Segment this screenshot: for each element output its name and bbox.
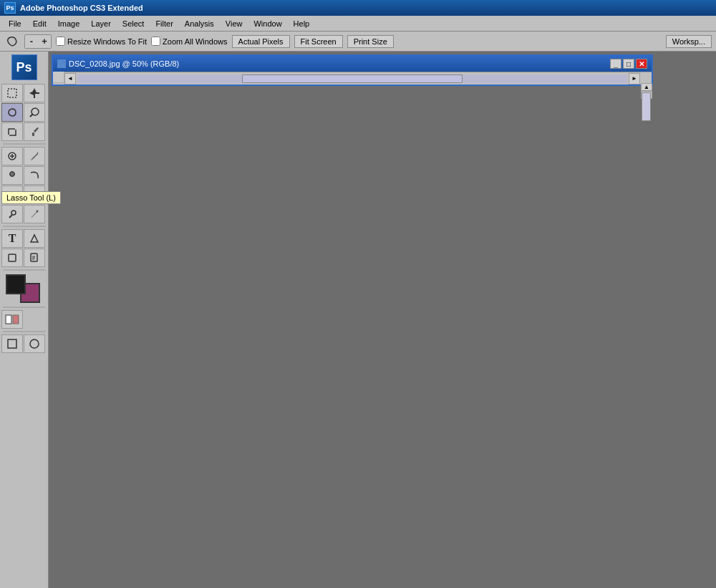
- tool-row-2: [1, 103, 47, 122]
- svg-rect-27: [58, 60, 65, 67]
- menu-edit[interactable]: Edit: [27, 18, 52, 29]
- ps-logo: Ps: [11, 54, 37, 80]
- resize-windows-checkbox[interactable]: Resize Windows To Fit: [56, 37, 147, 46]
- title-bar: Ps Adobe Photoshop CS3 Extended: [0, 0, 716, 16]
- tool-notes[interactable]: [24, 249, 45, 267]
- doc-window: DSC_0208.jpg @ 50% (RGB/8) _ □ ✕ 7 8: [52, 54, 653, 86]
- actual-pixels-btn[interactable]: Actual Pixels: [232, 35, 290, 48]
- tool-row-4: [1, 147, 47, 165]
- doc-title: DSC_0208.jpg @ 50% (RGB/8): [69, 59, 609, 68]
- tool-row-mode: [1, 310, 47, 329]
- menu-select[interactable]: Select: [117, 18, 150, 29]
- svg-rect-14: [30, 193, 39, 197]
- svg-point-17: [37, 211, 39, 213]
- tool-pen[interactable]: [24, 205, 45, 223]
- lasso-tool-icon: [4, 34, 20, 49]
- tool-eraser[interactable]: [1, 185, 23, 204]
- tool-eyedropper[interactable]: [24, 122, 45, 141]
- hscroll-left-btn[interactable]: ◄: [64, 73, 76, 85]
- tool-history-brush[interactable]: [24, 166, 45, 185]
- tool-clone[interactable]: [1, 166, 23, 185]
- tool-row-6: [1, 185, 47, 204]
- workspace-btn[interactable]: Worksp...: [666, 35, 712, 48]
- tool-dodge[interactable]: [1, 205, 23, 223]
- svg-rect-18: [9, 254, 16, 261]
- hscroll-track: [77, 74, 627, 83]
- ps-icon: Ps: [4, 2, 16, 14]
- tool-divider-3: [3, 269, 46, 271]
- vscroll-thumb[interactable]: [642, 92, 651, 121]
- zoom-group: - +: [24, 34, 52, 49]
- tool-row-1: [1, 84, 47, 102]
- text-tool-label: T: [9, 232, 16, 245]
- tool-text[interactable]: T: [1, 229, 23, 248]
- svg-point-26: [30, 339, 39, 348]
- menu-analysis[interactable]: Analysis: [179, 18, 220, 29]
- color-swatches[interactable]: [3, 274, 46, 303]
- fit-screen-btn[interactable]: Fit Screen: [294, 35, 343, 48]
- tool-path-select[interactable]: [24, 229, 45, 248]
- menu-layer[interactable]: Layer: [85, 18, 117, 29]
- zoom-out-btn[interactable]: -: [25, 35, 38, 48]
- tool-marquee[interactable]: [1, 84, 23, 102]
- tool-brush[interactable]: [24, 147, 45, 165]
- vscroll-up-btn[interactable]: ▲: [641, 83, 652, 91]
- main-layout: Ps: [0, 52, 716, 588]
- doc-title-bar: DSC_0208.jpg @ 50% (RGB/8) _ □ ✕: [53, 56, 652, 72]
- zoom-in-btn[interactable]: +: [38, 35, 51, 48]
- tool-move[interactable]: [24, 84, 45, 102]
- svg-rect-24: [13, 315, 19, 324]
- tool-divider-5: [3, 331, 46, 332]
- tool-row-8: T: [1, 229, 47, 248]
- options-bar: - + Resize Windows To Fit Zoom All Windo…: [0, 32, 716, 52]
- restore-btn[interactable]: □: [623, 59, 634, 69]
- toolbox: Ps: [0, 52, 49, 588]
- menu-filter[interactable]: Filter: [150, 18, 178, 29]
- tool-crop[interactable]: [1, 122, 23, 141]
- hscroll-thumb[interactable]: [242, 74, 462, 83]
- menu-file[interactable]: File: [3, 18, 27, 29]
- zoom-all-input[interactable]: [151, 37, 160, 46]
- menu-window[interactable]: Window: [248, 18, 287, 29]
- tool-quickmask[interactable]: [1, 310, 23, 329]
- svg-line-16: [9, 215, 12, 218]
- minimize-btn[interactable]: _: [610, 59, 621, 69]
- zoom-all-checkbox[interactable]: Zoom All Windows: [151, 37, 227, 46]
- tool-divider-2: [3, 226, 46, 227]
- resize-windows-input[interactable]: [56, 37, 65, 46]
- menu-help[interactable]: Help: [288, 18, 316, 29]
- svg-line-4: [30, 114, 33, 117]
- svg-rect-5: [32, 132, 34, 136]
- horizontal-scrollbar[interactable]: ◄ ►: [64, 72, 640, 85]
- tool-screen-mode[interactable]: [1, 334, 23, 353]
- tool-divider-4: [3, 307, 46, 308]
- print-size-btn[interactable]: Print Size: [347, 35, 394, 48]
- menu-image[interactable]: Image: [52, 18, 86, 29]
- doc-icon: [57, 59, 66, 68]
- tool-row-screenmode: [1, 334, 47, 353]
- tool-lasso[interactable]: [1, 103, 23, 122]
- close-btn[interactable]: ✕: [636, 59, 647, 69]
- svg-rect-0: [8, 89, 16, 97]
- menu-bar: File Edit Image Layer Select Filter Anal…: [0, 16, 716, 32]
- tool-gradient[interactable]: [24, 185, 45, 204]
- tool-row-7: [1, 205, 47, 223]
- svg-rect-23: [6, 315, 11, 324]
- menu-view[interactable]: View: [220, 18, 248, 29]
- svg-rect-25: [8, 339, 16, 348]
- foreground-color[interactable]: [6, 274, 26, 294]
- tool-divider-1: [3, 143, 46, 145]
- tool-row-9: [1, 249, 47, 267]
- tool-magic-wand[interactable]: [24, 103, 45, 122]
- app-title: Adobe Photoshop CS3 Extended: [20, 4, 143, 12]
- hscroll-right-btn[interactable]: ►: [629, 73, 640, 85]
- tool-healing[interactable]: [1, 147, 23, 165]
- ruler-corner: [53, 72, 64, 83]
- tool-row-3: [1, 122, 47, 141]
- tool-screen-mode2[interactable]: [24, 334, 45, 353]
- canvas-area: DSC_0208.jpg @ 50% (RGB/8) _ □ ✕ 7 8: [49, 52, 716, 588]
- tool-row-5: [1, 166, 47, 185]
- tool-shape[interactable]: [1, 249, 23, 267]
- svg-point-15: [11, 211, 16, 215]
